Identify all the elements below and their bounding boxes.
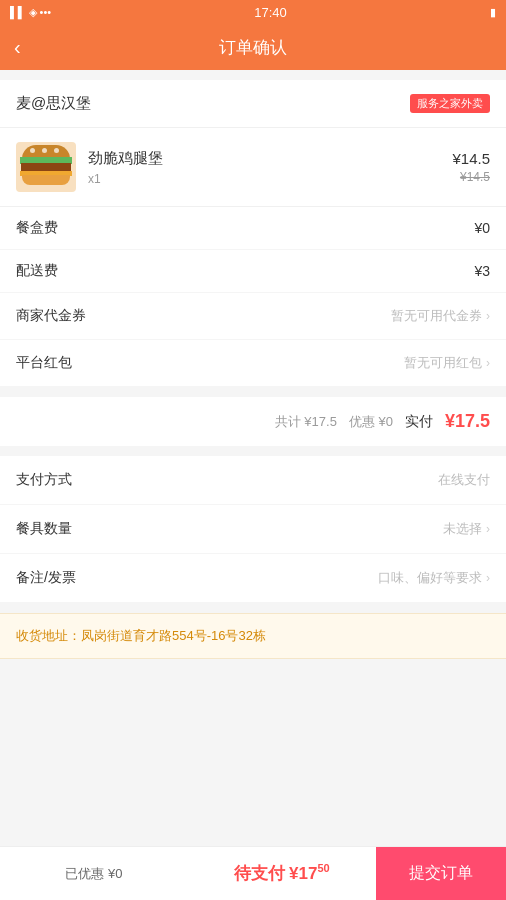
sesame2 <box>42 148 47 153</box>
delivery-fee-value: ¥3 <box>474 263 490 279</box>
summary-total: 共计 ¥17.5 <box>275 413 337 431</box>
address-label: 收货地址： <box>16 628 81 643</box>
note-row[interactable]: 备注/发票 口味、偏好等要求 › <box>0 554 506 603</box>
delivery-fee-label: 配送费 <box>16 262 58 280</box>
platform-hongbao-right: 暂无可用红包 › <box>404 354 490 372</box>
platform-hongbao-label: 平台红包 <box>16 354 72 372</box>
pending-price: ¥1750 <box>289 864 330 883</box>
summary-actual-price: ¥17.5 <box>445 411 490 432</box>
service-badge: 服务之家外卖 <box>410 94 490 113</box>
status-time: 17:40 <box>254 5 287 20</box>
platform-hongbao-value: 暂无可用红包 <box>404 354 482 372</box>
pending-label: 待支付 <box>234 864 285 883</box>
payment-row: 支付方式 在线支付 <box>0 456 506 505</box>
header: ‹ 订单确认 <box>0 24 506 70</box>
note-right: 口味、偏好等要求 › <box>378 569 490 587</box>
wifi-icon: ◈ <box>29 6 37 19</box>
utensil-right: 未选择 › <box>443 520 490 538</box>
item-qty: x1 <box>88 172 452 186</box>
merchant-chevron-icon: › <box>486 309 490 323</box>
summary-discount: 优惠 ¥0 <box>349 413 393 431</box>
options-card: 支付方式 在线支付 餐具数量 未选择 › 备注/发票 口味、偏好等要求 › <box>0 456 506 603</box>
note-chevron-icon: › <box>486 571 490 585</box>
status-bar: ▌▌ ◈ ••• 17:40 ▮ <box>0 0 506 24</box>
signal-icon: ▌▌ <box>10 6 26 18</box>
burger-bottom <box>22 175 70 185</box>
submit-button[interactable]: 提交订单 <box>376 847 506 901</box>
merchant-voucher-right: 暂无可用代金券 › <box>391 307 490 325</box>
box-fee-label: 餐盒费 <box>16 219 58 237</box>
back-button[interactable]: ‹ <box>14 36 21 59</box>
bottom-bar: 已优惠 ¥0 待支付 ¥1750 提交订单 <box>0 846 506 900</box>
payment-right: 在线支付 <box>438 471 490 489</box>
item-info: 劲脆鸡腿堡 x1 <box>88 149 452 186</box>
bottom-spacer <box>0 659 506 713</box>
item-original-price: ¥14.5 <box>452 170 490 184</box>
utensil-row[interactable]: 餐具数量 未选择 › <box>0 505 506 554</box>
payment-label: 支付方式 <box>16 471 72 489</box>
summary-row: 共计 ¥17.5 优惠 ¥0 实付 ¥17.5 <box>0 397 506 446</box>
platform-hongbao-row[interactable]: 平台红包 暂无可用红包 › <box>0 340 506 387</box>
merchant-voucher-row[interactable]: 商家代金券 暂无可用代金券 › <box>0 293 506 340</box>
pending-price-sup: 50 <box>317 862 329 874</box>
box-fee-row: 餐盒费 ¥0 <box>0 207 506 250</box>
bottom-discount: 已优惠 ¥0 <box>0 865 188 883</box>
sesame1 <box>30 148 35 153</box>
note-label: 备注/发票 <box>16 569 76 587</box>
address-value: 凤岗街道育才路554号-16号32栋 <box>81 628 266 643</box>
restaurant-row: 麦@思汉堡 服务之家外卖 <box>0 80 506 128</box>
header-title: 订单确认 <box>219 36 287 59</box>
utensil-label: 餐具数量 <box>16 520 72 538</box>
delivery-fee-row: 配送费 ¥3 <box>0 250 506 293</box>
item-price-col: ¥14.5 ¥14.5 <box>452 150 490 184</box>
summary-actual-label: 实付 <box>405 413 433 431</box>
top-spacer <box>0 70 506 80</box>
address-banner: 收货地址：凤岗街道育才路554号-16号32栋 <box>0 613 506 659</box>
burger-icon <box>20 145 72 189</box>
payment-value: 在线支付 <box>438 471 490 489</box>
item-row: 劲脆鸡腿堡 x1 ¥14.5 ¥14.5 <box>0 128 506 207</box>
utensil-chevron-icon: › <box>486 522 490 536</box>
battery-icon: ▮ <box>490 6 496 19</box>
restaurant-name: 麦@思汉堡 <box>16 94 91 113</box>
status-left: ▌▌ ◈ ••• <box>10 6 51 19</box>
item-name: 劲脆鸡腿堡 <box>88 149 452 168</box>
merchant-voucher-value: 暂无可用代金券 <box>391 307 482 325</box>
address-text: 收货地址：凤岗街道育才路554号-16号32栋 <box>16 626 490 646</box>
merchant-voucher-label: 商家代金券 <box>16 307 86 325</box>
box-fee-value: ¥0 <box>474 220 490 236</box>
note-value: 口味、偏好等要求 <box>378 569 482 587</box>
sesame3 <box>54 148 59 153</box>
utensil-value: 未选择 <box>443 520 482 538</box>
order-card: 麦@思汉堡 服务之家外卖 劲脆鸡腿堡 x1 ¥14.5 ¥14.5 餐盒 <box>0 80 506 387</box>
signal-dots: ••• <box>40 6 52 18</box>
item-image <box>16 142 76 192</box>
bottom-total: 待支付 ¥1750 <box>188 862 376 885</box>
item-price: ¥14.5 <box>452 150 490 167</box>
platform-chevron-icon: › <box>486 356 490 370</box>
status-right: ▮ <box>490 6 496 19</box>
